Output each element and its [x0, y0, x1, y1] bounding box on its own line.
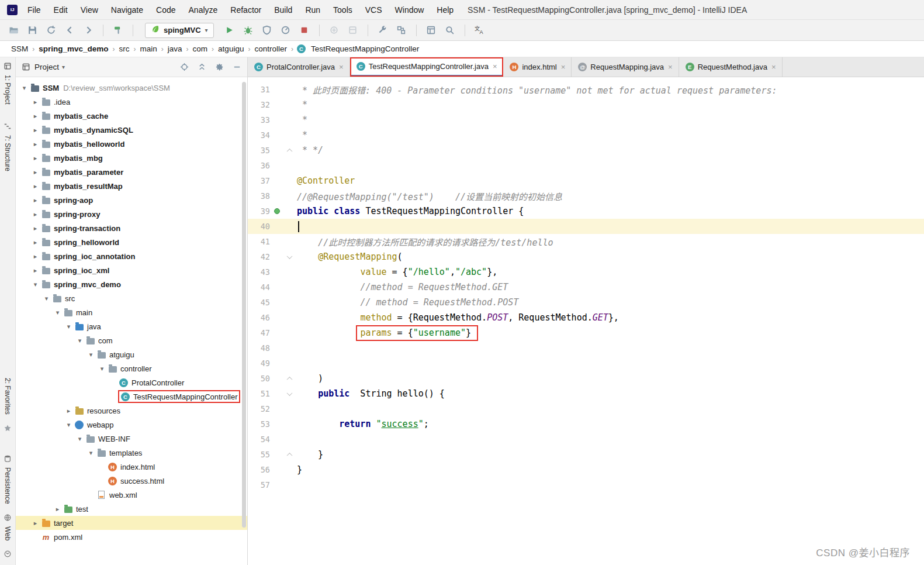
code-line-32[interactable]: 32 *	[248, 97, 924, 112]
tree-item-mybatis-mbg[interactable]: ▸mybatis_mbg	[16, 151, 247, 165]
stripe-item-2-favorites[interactable]: 2: Favorites	[4, 378, 12, 415]
line-number[interactable]: 39	[248, 206, 270, 216]
line-number[interactable]: 47	[248, 328, 270, 337]
breadcrumb-item-atguigu[interactable]: atguigu	[216, 44, 245, 53]
code-line-37[interactable]: 37@Controller	[248, 173, 924, 188]
save-all-icon[interactable]	[26, 24, 39, 37]
menu-item-run[interactable]: Run	[299, 0, 327, 20]
tree-item-src[interactable]: ▾src	[16, 291, 247, 305]
tree-item-com[interactable]: ▾com	[16, 333, 247, 347]
line-number[interactable]: 48	[248, 343, 270, 353]
tree-item-test[interactable]: ▸test	[16, 502, 247, 516]
breadcrumb-item-com[interactable]: com	[191, 44, 210, 53]
tree-item-spring-proxy[interactable]: ▸spring-proxy	[16, 207, 247, 221]
menu-item-vcs[interactable]: VCS	[359, 0, 389, 20]
line-number[interactable]: 32	[248, 100, 270, 109]
chevron-down-icon[interactable]: ▾	[64, 421, 74, 429]
fold-marker[interactable]	[284, 149, 295, 153]
code-line-56[interactable]: 56}	[248, 462, 924, 477]
chevron-down-icon[interactable]: ▾	[30, 281, 40, 288]
code-area[interactable]: 31 * 此时页面报错: 400 - Parameter conditions …	[248, 77, 924, 565]
coverage-icon[interactable]	[261, 24, 274, 37]
tree-item-atguigu[interactable]: ▾atguigu	[16, 347, 247, 361]
chevron-down-icon[interactable]: ▾	[75, 337, 85, 344]
menu-item-window[interactable]: Window	[389, 0, 431, 20]
line-number[interactable]: 55	[248, 450, 270, 459]
menu-item-file[interactable]: File	[21, 0, 47, 20]
close-tab-icon[interactable]: ×	[339, 63, 344, 71]
tree-item-idea[interactable]: ▸.idea	[16, 95, 247, 109]
stop-icon[interactable]	[298, 24, 311, 37]
gear-icon[interactable]	[215, 63, 224, 71]
sync-icon[interactable]	[44, 24, 57, 37]
restore-layout-icon[interactable]	[425, 24, 438, 37]
line-number[interactable]: 43	[248, 267, 270, 277]
code-line-51[interactable]: 51 public String hello() {	[248, 386, 924, 401]
menu-item-analyze[interactable]: Analyze	[182, 0, 224, 20]
tree-item-mybatis-resultmap[interactable]: ▸mybatis_resultMap	[16, 179, 247, 193]
code-line-39[interactable]: 39public class TestRequestMappingControl…	[248, 204, 924, 219]
forward-icon[interactable]	[82, 24, 95, 37]
stripe-item-7-structure[interactable]: 7: Structure	[4, 122, 12, 171]
close-tab-icon[interactable]: ×	[561, 63, 566, 71]
chevron-down-icon[interactable]: ▾	[53, 309, 63, 316]
breadcrumb-item-testrequestmappingcontroller[interactable]: CTestRequestMappingController	[296, 44, 421, 54]
chevron-right-icon[interactable]: ▸	[30, 98, 40, 106]
chevron-down-icon[interactable]: ▾	[64, 323, 74, 330]
tree-item-spring-ioc-xml[interactable]: ▸spring_ioc_xml	[16, 263, 247, 277]
tree-item-index-html[interactable]: Hindex.html	[16, 460, 247, 474]
fold-marker[interactable]	[284, 453, 295, 457]
line-number[interactable]: 53	[248, 419, 270, 429]
chevron-right-icon[interactable]: ▸	[30, 225, 40, 232]
code-line-40[interactable]: 40	[248, 219, 924, 234]
stripe-item-persistence[interactable]: Persistence	[4, 454, 12, 504]
code-line-34[interactable]: 34 *	[248, 128, 924, 143]
locate-icon[interactable]	[180, 63, 189, 71]
project-view-dropdown-icon[interactable]: ▾	[62, 64, 65, 70]
breadcrumb-item-java[interactable]: java	[166, 44, 184, 53]
open-project-icon[interactable]	[7, 24, 20, 37]
line-number[interactable]: 50	[248, 374, 270, 383]
chevron-right-icon[interactable]: ▸	[53, 505, 63, 513]
line-number[interactable]: 41	[248, 237, 270, 246]
chevron-right-icon[interactable]: ▸	[30, 197, 40, 204]
stripe-item-star[interactable]	[4, 424, 12, 435]
line-number[interactable]: 51	[248, 389, 270, 398]
code-line-44[interactable]: 44 //method = RequestMethod.GET	[248, 280, 924, 295]
translate-icon[interactable]: 文A	[473, 24, 486, 37]
tree-item-spring-transaction[interactable]: ▸spring-transaction	[16, 221, 247, 235]
stripe-item-web[interactable]: Web	[4, 514, 12, 540]
tree-item-spring-mvc-demo[interactable]: ▾spring_mvc_demo	[16, 277, 247, 291]
hide-icon[interactable]	[233, 63, 241, 71]
run-configuration-select[interactable]: spingMVC▾	[145, 23, 214, 38]
tree-item-mybatis-parameter[interactable]: ▸mybatis_parameter	[16, 165, 247, 179]
tree-item-spring-aop[interactable]: ▸spring-aop	[16, 193, 247, 207]
chevron-down-icon[interactable]: ▾	[86, 351, 96, 359]
chevron-down-icon[interactable]: ▾	[97, 365, 107, 373]
stripe-item-globe-tool[interactable]	[4, 550, 12, 560]
menu-item-help[interactable]: Help	[430, 0, 460, 20]
code-line-35[interactable]: 35 * */	[248, 143, 924, 158]
code-line-33[interactable]: 33 *	[248, 112, 924, 128]
fold-marker[interactable]	[284, 255, 295, 259]
editor-tab-index-html[interactable]: Hindex.html×	[503, 57, 572, 77]
editor-tab-testrequestmappingcontroller-java[interactable]: CTestRequestMappingController.java×	[350, 57, 504, 77]
tree-item-ssm[interactable]: ▾SSMD:\review_ssm\workspace\SSM	[16, 81, 247, 95]
line-number[interactable]: 57	[248, 480, 270, 490]
chevron-right-icon[interactable]: ▸	[30, 267, 40, 274]
tree-item-java[interactable]: ▾java	[16, 319, 247, 333]
code-line-53[interactable]: 53 return "success";	[248, 416, 924, 432]
line-number[interactable]: 35	[248, 146, 270, 155]
dump-threads-icon[interactable]	[347, 24, 359, 37]
tree-item-mybatis-dynamicsql[interactable]: ▸mybatis_dynamicSQL	[16, 123, 247, 137]
tree-item-mybatis-helloworld[interactable]: ▸mybatis_helloworld	[16, 137, 247, 151]
attach-debugger-icon[interactable]	[328, 24, 341, 37]
chevron-right-icon[interactable]: ▸	[30, 182, 40, 190]
tree-item-spring-helloworld[interactable]: ▸spring_helloworld	[16, 235, 247, 249]
search-everywhere-icon[interactable]	[444, 24, 456, 37]
run-icon[interactable]	[223, 24, 236, 37]
settings-wrench-icon[interactable]	[376, 24, 389, 37]
editor-tab-requestmethod-java[interactable]: ERequestMethod.java×	[679, 57, 783, 77]
chevron-right-icon[interactable]: ▸	[30, 154, 40, 162]
debug-icon[interactable]	[242, 24, 255, 37]
